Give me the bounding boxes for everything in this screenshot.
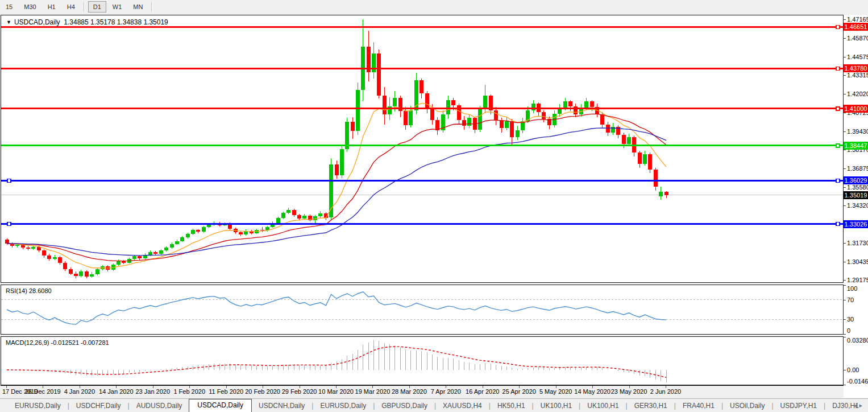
timeframe-button-d1[interactable]: D1 <box>88 1 106 13</box>
candlestick-chart[interactable] <box>1 15 843 282</box>
timeframe-button-h1[interactable]: H1 <box>43 1 61 13</box>
date-label: 5 May 2020 <box>539 388 572 395</box>
macd-pane[interactable]: MACD(12,26,9) -0.012521 -0.007281 <box>1 336 844 385</box>
date-label: 23 May 2020 <box>611 388 647 395</box>
rsi-tick-label: 30 <box>847 316 854 323</box>
rsi-tick <box>844 285 846 286</box>
price-line-badge: 1.41000 <box>844 105 868 113</box>
chart-tab-usdjpy-h1[interactable]: USDJPY,H1 <box>774 400 824 412</box>
price-tick <box>844 187 846 188</box>
date-label: 7 Apr 2020 <box>431 388 461 395</box>
chart-tab-usdchf-daily[interactable]: USDCHF,Daily <box>69 400 128 412</box>
chart-tab-eurusd-daily[interactable]: EURUSD,Daily <box>8 400 68 412</box>
timeframe-button-w1[interactable]: W1 <box>107 1 127 13</box>
chart-tab-bar: EURUSD,Daily|USDCHF,Daily|AUDUSD,DailyUS… <box>0 398 868 412</box>
price-line-badge: 1.43780 <box>844 64 868 72</box>
price-line-badge: 1.46651 <box>844 23 868 31</box>
date-label: 29 Feb 2020 <box>282 388 317 395</box>
price-tick <box>844 205 846 206</box>
chart-tab-usdcnh-daily[interactable]: USDCNH,Daily <box>252 400 312 412</box>
hline-handle <box>7 179 11 182</box>
price-tick-label: 1.34320 <box>847 202 868 209</box>
ohlc-values: 1.34885 1.35178 1.34838 1.35019 <box>64 18 168 26</box>
rsi-label: RSI(14) 28.6080 <box>6 287 52 294</box>
ma-slow-line <box>7 128 666 256</box>
date-label: 14 May 2020 <box>574 388 610 395</box>
price-tick <box>844 113 846 113</box>
chart-title: ▼USDCAD,Daily 1.34885 1.35178 1.34838 1.… <box>6 18 168 26</box>
date-label: 20 Feb 2020 <box>245 388 280 395</box>
rsi-chart[interactable] <box>1 285 843 334</box>
price-tick-label: 1.36875 <box>847 165 868 172</box>
timeframe-button-15[interactable]: 15 <box>1 1 18 13</box>
timeframe-button-m30[interactable]: M30 <box>19 1 41 13</box>
collapse-ohlc-icon[interactable]: ▼ <box>6 19 11 25</box>
price-line-badge: 1.36029 <box>844 176 868 184</box>
date-label: 2 Jun 2020 <box>650 388 681 395</box>
timeframe-toolbar: 15M30H1H4D1W1MN <box>0 0 868 14</box>
hline-handle <box>836 179 840 182</box>
chart-tab-eurusd-daily[interactable]: EURUSD,Daily <box>313 400 373 412</box>
tab-scroll-arrows[interactable]: ◂▸ <box>854 402 865 409</box>
price-tick-label: 1.44575 <box>847 53 868 60</box>
date-label: 16 Apr 2020 <box>466 388 499 395</box>
chart-tab-fra40-h1[interactable]: FRA40,H1 <box>676 400 721 412</box>
ma-fast-line <box>7 103 666 268</box>
price-tick <box>844 94 846 94</box>
chart-tab-uk100-h1[interactable]: UK100,H1 <box>580 400 625 412</box>
price-tick <box>844 150 846 150</box>
chart-tab-xauusd-h4[interactable]: XAUUSD,H4 <box>436 400 489 412</box>
macd-label: MACD(12,26,9) -0.012521 -0.007281 <box>6 339 109 346</box>
rsi-pane[interactable]: RSI(14) 28.6080 <box>1 285 844 335</box>
current-price-badge: 1.35019 <box>844 191 868 199</box>
toolbar-separator <box>151 2 152 12</box>
rsi-tick-label: 100 <box>847 285 857 292</box>
rsi-tick <box>844 319 846 320</box>
tab-scroll-right-icon[interactable]: ▸ <box>859 402 865 409</box>
rsi-tick <box>844 334 846 335</box>
date-label: 1 Feb 2020 <box>173 388 205 395</box>
price-tick <box>844 38 846 39</box>
main-price-pane[interactable]: ▼USDCAD,Daily 1.34885 1.35178 1.34838 1.… <box>1 15 844 283</box>
price-axis[interactable]: 1.471651.458701.445751.433151.420201.407… <box>844 15 868 398</box>
rsi-tick <box>844 300 846 300</box>
price-tick-label: 1.43315 <box>847 72 868 79</box>
macd-tick-label: -0.01467 <box>847 378 868 385</box>
date-label: 14 Jan 2020 <box>99 388 134 395</box>
price-tick <box>844 280 846 281</box>
ma-medium-line <box>7 114 666 261</box>
hline-handle <box>836 67 840 70</box>
macd-tick <box>844 370 846 370</box>
chart-tab-uk100-h1[interactable]: UK100,H1 <box>534 400 579 412</box>
date-label: 11 Feb 2020 <box>209 388 243 395</box>
hline-handle <box>836 107 840 110</box>
chart-tab-audusd-daily[interactable]: AUDUSD,Daily <box>130 400 189 412</box>
price-tick <box>844 243 846 244</box>
chart-tab-hk50-h1[interactable]: HK50,H1 <box>491 400 532 412</box>
chart-tab-ger30-h1[interactable]: GER30,H1 <box>628 400 674 412</box>
price-tick <box>844 57 846 57</box>
rsi-tick-label: 0 <box>847 327 850 334</box>
price-tick-label: 1.29175 <box>847 277 868 283</box>
timeframe-button-mn[interactable]: MN <box>128 1 148 13</box>
toolbar-separator <box>84 2 85 12</box>
price-tick <box>844 75 846 76</box>
chart-tab-usdcad-daily[interactable]: USDCAD,Daily <box>189 399 252 412</box>
price-line-badge: 1.38447 <box>844 142 868 150</box>
rsi-tick-label: 70 <box>847 296 854 303</box>
candles-layer <box>5 19 668 278</box>
price-tick-label: 1.35580 <box>847 184 868 191</box>
timeframe-button-h4[interactable]: H4 <box>62 1 80 13</box>
price-tick-label: 1.42020 <box>847 90 868 97</box>
price-tick-label: 1.47165 <box>847 16 868 23</box>
price-tick <box>844 262 846 262</box>
hline-handle <box>836 223 840 226</box>
price-tick <box>844 19 846 20</box>
date-label: 28 Mar 2020 <box>392 388 427 395</box>
date-axis[interactable]: 17 Dec 201926 Dec 20194 Jan 202014 Jan 2… <box>1 385 844 398</box>
macd-tick-label: 0.00 <box>847 366 859 373</box>
symbol-timeframe-label: USDCAD,Daily <box>14 18 60 26</box>
chart-tab-usoil-daily[interactable]: USOil,Daily <box>723 400 771 412</box>
chart-tab-gbpusd-daily[interactable]: GBPUSD,Daily <box>375 400 434 412</box>
macd-chart[interactable] <box>1 337 843 385</box>
